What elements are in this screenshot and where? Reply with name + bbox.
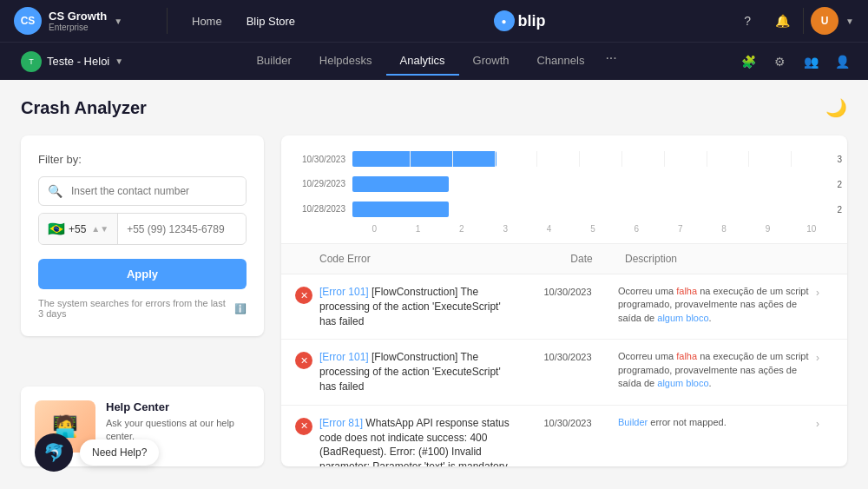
nav-divider-2 [803, 8, 804, 34]
main-content: Crash Analyzer 🌙 Filter by: 🔍 🇧🇷 +55 ▲▼ [0, 80, 868, 489]
row-chevron-icon[interactable]: › [816, 350, 833, 364]
chat-avatar-icon: 🐬 [35, 433, 73, 472]
chart-bar-wrap-1: 3 [352, 151, 833, 167]
page-header: Crash Analyzer 🌙 [21, 97, 847, 118]
bot-selector[interactable]: T Teste - Heloi ▼ [14, 48, 130, 76]
bot-name: Teste - Heloi [47, 55, 109, 68]
second-navbar: T Teste - Heloi ▼ Builder Helpdesks Anal… [0, 42, 868, 80]
bot-avatar: T [21, 51, 42, 72]
chart-bar-2: 2 [352, 176, 449, 192]
contact-search-input[interactable] [71, 178, 246, 204]
chart-x-axis: 0 1 2 3 4 5 6 7 8 9 10 [352, 224, 833, 234]
phone-selector: 🇧🇷 +55 ▲▼ [38, 213, 247, 245]
grid-line [748, 151, 791, 167]
country-selector[interactable]: 🇧🇷 +55 ▲▼ [39, 214, 118, 244]
user-avatar[interactable]: U [811, 7, 838, 35]
nav-link-blipstore[interactable]: Blip Store [236, 10, 306, 33]
chart-container: 10/30/2023 [281, 135, 847, 244]
chart-bar-val-2: 2 [837, 179, 842, 188]
chat-bubble[interactable]: 🐬 Need Help? [35, 433, 159, 472]
content-grid: Filter by: 🔍 🇧🇷 +55 ▲▼ Apply The system [21, 135, 847, 466]
help-center-title: Help Center [106, 400, 250, 413]
chart-area: 10/30/2023 [295, 149, 833, 236]
chart-bars: 10/30/2023 [295, 149, 833, 219]
row-date: 10/30/2023 [524, 416, 611, 428]
chart-bar-3: 2 [352, 202, 449, 217]
people-icon[interactable]: 👥 [799, 50, 823, 74]
x-tick-2: 2 [440, 224, 483, 234]
nav-link-home[interactable]: Home [181, 10, 233, 33]
nav-divider [167, 8, 168, 34]
apply-button[interactable]: Apply [38, 259, 247, 289]
phone-number-input[interactable] [118, 216, 247, 242]
info-icon: ℹ️ [234, 303, 247, 314]
blip-dot-icon: ● [494, 10, 515, 31]
brand-name: CS Growth [49, 10, 107, 23]
help-icon-btn[interactable]: ? [733, 7, 761, 35]
grid-line [621, 151, 664, 167]
row-chevron-icon[interactable]: › [816, 285, 833, 299]
th-action [816, 253, 833, 265]
grid-line [579, 151, 621, 167]
brand-avatar: CS [14, 7, 42, 35]
tab-builder[interactable]: Builder [242, 47, 305, 76]
tab-channels[interactable]: Channels [523, 47, 598, 76]
th-code-error: Code Error [295, 253, 538, 265]
grid-line [791, 151, 833, 167]
row-desc: Ocorreu uma falha na execução de um scri… [618, 285, 809, 325]
tab-analytics[interactable]: Analytics [386, 47, 459, 76]
x-tick-9: 9 [746, 224, 789, 234]
country-chevron-icon: ▲▼ [91, 224, 108, 234]
nav-right: ? 🔔 U ▼ [733, 7, 854, 35]
grid-line [495, 151, 537, 167]
th-date: Date [538, 253, 625, 265]
flag-icon: 🇧🇷 [48, 221, 65, 237]
x-tick-1: 1 [396, 224, 439, 234]
error-icon: ✕ [295, 287, 312, 304]
tab-helpdesks[interactable]: Helpdesks [306, 47, 386, 76]
error-icon: ✕ [295, 352, 312, 369]
table-row[interactable]: ✕ [Error 101] [FlowConstruction] The pro… [281, 274, 847, 340]
bell-icon-btn[interactable]: 🔔 [768, 7, 796, 35]
chart-bar-1: 3 [352, 151, 496, 167]
grid-line [707, 151, 749, 167]
night-mode-icon[interactable]: 🌙 [825, 97, 847, 118]
chat-speech-bubble: Need Help? [80, 439, 159, 466]
brand-chevron-icon: ▼ [114, 17, 122, 26]
th-description: Description [625, 253, 816, 265]
chart-row-3: 10/28/2023 2 [295, 202, 833, 217]
row-chevron-icon[interactable]: › [816, 416, 833, 430]
tab-growth[interactable]: Growth [459, 47, 523, 76]
row-date: 10/30/2023 [524, 350, 611, 362]
filter-hint: The system searches for errors from the … [38, 298, 247, 319]
chart-bar-wrap-3: 2 [352, 202, 833, 217]
chart-row-1: 10/30/2023 [295, 151, 833, 167]
brand-section[interactable]: CS CS Growth Enterprise ▼ [14, 7, 153, 35]
contact-search-wrap: 🔍 [38, 176, 247, 206]
chart-bar-val-1: 3 [837, 155, 842, 164]
error-icon: ✕ [295, 418, 312, 435]
table-row[interactable]: ✕ [Error 81] WhatsApp API response statu… [281, 406, 847, 466]
gear-icon[interactable]: ⚙ [767, 50, 792, 74]
page-title: Crash Analyzer [21, 98, 147, 118]
x-tick-0: 0 [352, 224, 396, 234]
row-desc: Ocorreu uma falha na execução de um scri… [618, 350, 809, 390]
left-panel: Filter by: 🔍 🇧🇷 +55 ▲▼ Apply The system [21, 135, 264, 466]
chart-label-2: 10/29/2023 [295, 179, 345, 188]
blip-logo: ● blip [494, 10, 546, 31]
chart-bar-wrap-2: 2 [352, 176, 833, 192]
x-tick-3: 3 [483, 224, 527, 234]
puzzle-icon[interactable]: 🧩 [736, 50, 760, 74]
person-icon[interactable]: 👤 [830, 50, 854, 74]
filter-card: Filter by: 🔍 🇧🇷 +55 ▲▼ Apply The system [21, 135, 264, 336]
row-code: [Error 101] [FlowConstruction] The proce… [319, 285, 517, 328]
country-code: +55 [69, 223, 86, 235]
x-tick-10: 10 [790, 224, 833, 234]
top-navbar: CS CS Growth Enterprise ▼ Home Blip Stor… [0, 0, 868, 42]
grid-line [536, 151, 579, 167]
x-tick-5: 5 [571, 224, 615, 234]
nav-links: Home Blip Store [181, 10, 306, 33]
more-menu-icon[interactable]: ··· [598, 47, 623, 76]
table-row[interactable]: ✕ [Error 101] [FlowConstruction] The pro… [281, 340, 847, 405]
row-desc: Builder error not mapped. [618, 416, 809, 429]
